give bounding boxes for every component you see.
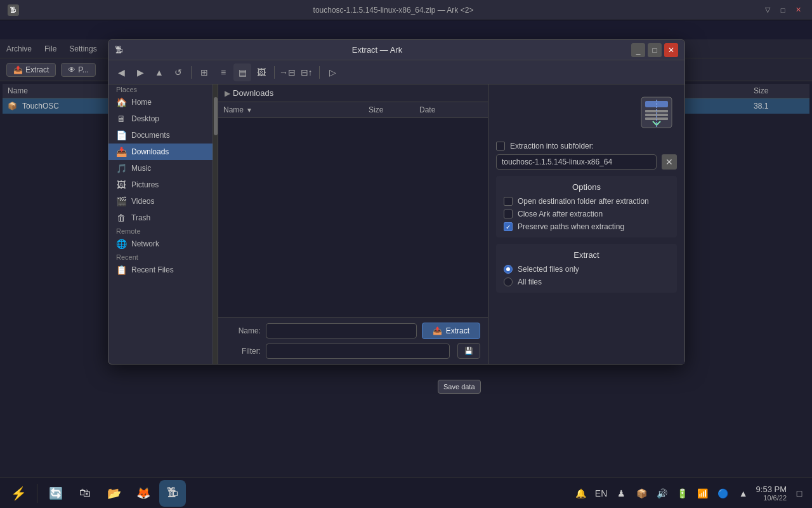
view-icons-btn[interactable]: ⊞: [195, 64, 213, 81]
nav-reload-btn[interactable]: ↺: [169, 64, 187, 81]
sidebar-scrollbar-track[interactable]: [213, 84, 218, 364]
window-close-btn[interactable]: ✕: [792, 4, 804, 17]
subfolder-checkbox-row: Extraction into subfolder:: [496, 142, 677, 150]
extract-section-title: Extract: [504, 250, 669, 260]
sidebar-item-label-home: Home: [131, 98, 152, 107]
taskbar-dolphin[interactable]: 🔄: [43, 480, 69, 507]
taskbar-firefox[interactable]: 🦊: [130, 480, 157, 507]
sidebar-item-label-documents: Documents: [131, 131, 170, 140]
menu-file[interactable]: File: [44, 44, 56, 53]
filter-input[interactable]: [266, 344, 450, 359]
sidebar-item-pictures[interactable]: 🖼 Pictures: [108, 177, 213, 193]
toolbar-sep-2: [274, 66, 275, 79]
sidebar-item-label-videos: Videos: [131, 197, 154, 206]
menu-archive[interactable]: Archive: [6, 44, 32, 53]
sidebar-item-downloads[interactable]: 📥 Downloads: [108, 144, 213, 160]
option-preserve-paths-row: Preserve paths when extracting: [504, 222, 669, 231]
taskbar-wifi-icon[interactable]: 📶: [695, 486, 710, 501]
taskbar-battery-icon[interactable]: 🔋: [675, 486, 690, 501]
recent-section-label: Recent: [108, 250, 146, 262]
name-input[interactable]: [266, 323, 417, 338]
dialog-bottom-form: Name: 📤 Extract Filter: 💾: [218, 317, 488, 364]
sidebar-scrollbar-thumb[interactable]: [214, 97, 218, 135]
app-icon: 🗜: [8, 4, 19, 16]
taskbar-ark[interactable]: 🗜: [159, 480, 186, 507]
sidebar-item-music[interactable]: 🎵 Music: [108, 160, 213, 177]
taskbar-bluetooth-icon[interactable]: 🔵: [716, 486, 731, 501]
sidebar-item-home[interactable]: 🏠 Home: [108, 94, 213, 110]
radio-selected-only-label: Selected files only: [518, 265, 579, 274]
nav-up-btn[interactable]: ▲: [150, 64, 168, 81]
dialog-title-bar: 🗜 Extract — Ark _ □ ✕: [108, 40, 684, 60]
taskbar-notification-icon[interactable]: 🔔: [573, 486, 589, 501]
sidebar-item-desktop[interactable]: 🖥 Desktop: [108, 110, 213, 127]
taskbar-steam-icon[interactable]: ♟: [614, 486, 629, 501]
taskbar-discover[interactable]: 🛍: [72, 480, 98, 507]
taskbar-files[interactable]: 📂: [101, 480, 128, 507]
taskbar-volume-icon[interactable]: 🔊: [655, 486, 670, 501]
preserve-paths-label: Preserve paths when extracting: [518, 222, 624, 231]
preserve-paths-checkbox[interactable]: [504, 222, 513, 231]
taskbar-tray-expand[interactable]: ▲: [736, 486, 751, 501]
taskbar-lang-icon[interactable]: EN: [594, 486, 609, 501]
open-dest-checkbox[interactable]: [504, 197, 513, 206]
taskbar: ⚡ 🔄 🛍 📂 🦊 🗜 🔔 EN ♟ 📦 🔊 🔋 📶 🔵 ▲ 9:53 PM 1…: [0, 478, 812, 508]
dialog-title: Extract — Ark: [123, 45, 631, 55]
name-field-label: Name:: [226, 326, 261, 335]
dialog-window-controls: _ □ ✕: [631, 43, 678, 57]
taskbar-krunner[interactable]: ⚡: [5, 480, 32, 507]
breadcrumb-downloads[interactable]: Downloads: [233, 88, 273, 98]
taskbar-clock[interactable]: 9:53 PM 10/6/22: [756, 485, 787, 502]
extract-section: Extract Selected files only All files: [496, 244, 677, 293]
dialog-close-btn[interactable]: ✕: [664, 43, 678, 57]
subfolder-input[interactable]: [496, 154, 657, 170]
col-header-size: Size: [369, 105, 419, 114]
col-header-name: Name ▼: [223, 105, 369, 114]
dialog-maximize-btn[interactable]: □: [648, 43, 662, 57]
col-name-label: Name: [223, 105, 244, 114]
sidebar-item-videos[interactable]: 🎬 Videos: [108, 193, 213, 210]
taskbar-time-display: 9:53 PM: [756, 485, 787, 494]
taskbar-show-desktop[interactable]: □: [792, 486, 807, 501]
zip-icon: 📦: [8, 102, 17, 110]
file-size-cell: 38.1: [754, 102, 804, 110]
radio-all-files[interactable]: [504, 277, 513, 286]
subfolder-clear-btn[interactable]: ✕: [662, 154, 677, 170]
extract-btn-icon: 📤: [433, 326, 442, 335]
view-preview-btn[interactable]: 🖼: [252, 64, 270, 81]
extract-action-btn[interactable]: 📤 Extract: [422, 323, 480, 339]
sidebar-item-label-pictures: Pictures: [131, 180, 159, 189]
close-ark-checkbox[interactable]: [504, 210, 513, 218]
sidebar-wrapper: Places 🏠 Home 🖥 Desktop 📄 Documents 📥 Do…: [108, 84, 218, 364]
view-compact-btn[interactable]: ≡: [214, 64, 232, 81]
menu-settings[interactable]: Settings: [69, 44, 96, 53]
extract-button[interactable]: 📤 Extract: [6, 63, 56, 77]
window-minimize-btn[interactable]: ▽: [761, 4, 774, 17]
taskbar-package-icon[interactable]: 📦: [634, 486, 650, 501]
show-hidden-btn[interactable]: →⊟: [278, 64, 296, 81]
options-title: Options: [504, 182, 669, 192]
music-icon: 🎵: [116, 163, 126, 173]
sort-btn[interactable]: ⊟↑: [298, 64, 315, 81]
taskbar-sep: [37, 484, 37, 503]
radio-selected-only[interactable]: [504, 265, 513, 274]
sidebar-item-documents[interactable]: 📄 Documents: [108, 127, 213, 144]
sidebar-item-recent-files[interactable]: 📋 Recent Files: [108, 262, 213, 278]
dialog-roll-btn[interactable]: _: [631, 43, 645, 57]
nav-back-btn[interactable]: ◀: [112, 64, 130, 81]
subfolder-section: Extraction into subfolder: ✕: [496, 142, 677, 170]
options-section: Options Open destination folder after ex…: [496, 176, 677, 237]
view-details-btn[interactable]: ▤: [233, 64, 251, 81]
videos-icon: 🎬: [116, 196, 126, 206]
nav-forward-btn[interactable]: ▶: [131, 64, 149, 81]
sidebar-item-label-trash: Trash: [131, 213, 150, 222]
radio-all-files-label: All files: [518, 277, 542, 286]
subfolder-checkbox[interactable]: [496, 142, 505, 150]
preview-button[interactable]: 👁 P...: [61, 63, 95, 77]
window-maximize-btn[interactable]: □: [776, 4, 789, 17]
extra-btn[interactable]: ▷: [324, 64, 341, 81]
preview-icon: 👁: [68, 65, 75, 74]
breadcrumb-chevron: ▶: [225, 89, 230, 98]
save-data-btn[interactable]: 💾: [457, 343, 480, 359]
dialog-title-icon-area: 🗜: [115, 45, 123, 55]
